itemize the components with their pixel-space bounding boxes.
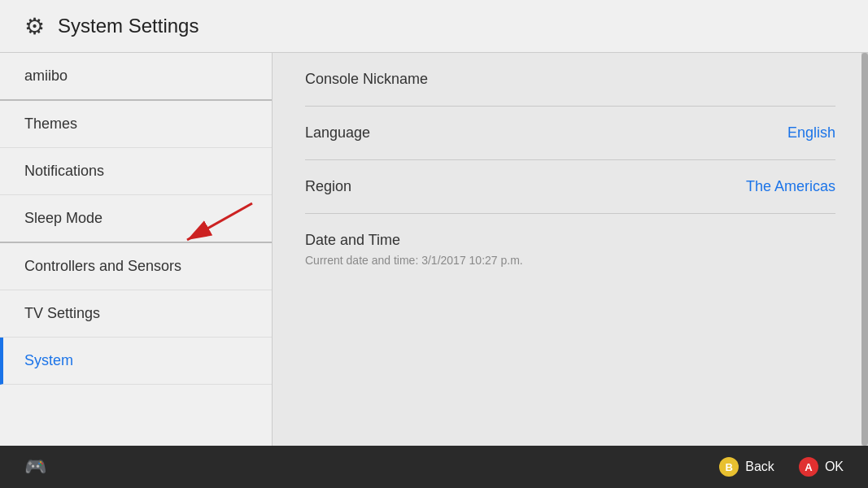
- region-label: Region: [305, 178, 351, 195]
- header: ⚙ System Settings: [0, 0, 868, 53]
- ok-button[interactable]: A OK: [799, 457, 844, 477]
- sidebar-item-themes[interactable]: Themes: [0, 101, 272, 148]
- settings-icon: ⚙: [24, 13, 45, 40]
- date-time-row[interactable]: Date and Time Current date and time: 3/1…: [305, 214, 835, 285]
- b-button-circle: B: [719, 457, 739, 477]
- console-nickname-row[interactable]: Console Nickname: [305, 53, 835, 107]
- page-title: System Settings: [58, 15, 198, 37]
- region-value: The Americas: [746, 178, 835, 195]
- sidebar-item-amiibo[interactable]: amiibo: [0, 53, 272, 101]
- sidebar-item-tv-settings[interactable]: TV Settings: [0, 290, 272, 338]
- sidebar-item-notifications[interactable]: Notifications: [0, 148, 272, 195]
- content-inner: Console Nickname Language English Region…: [273, 53, 868, 285]
- console-nickname-label: Console Nickname: [305, 71, 428, 87]
- region-row[interactable]: Region The Americas: [305, 160, 835, 214]
- content-area: Console Nickname Language English Region…: [273, 53, 868, 446]
- controller-icon: 🎮: [24, 456, 46, 477]
- sidebar: amiibo Themes Notifications Sleep Mode C…: [0, 53, 273, 446]
- sidebar-item-controllers-sensors[interactable]: Controllers and Sensors: [0, 243, 272, 290]
- sidebar-item-sleep-mode[interactable]: Sleep Mode: [0, 195, 272, 243]
- language-value: English: [787, 124, 835, 142]
- bottom-bar: 🎮 B Back A OK: [0, 446, 868, 488]
- scrollbar-track: [861, 53, 868, 446]
- back-label: Back: [745, 460, 774, 474]
- a-button-circle: A: [799, 457, 818, 477]
- main-layout: amiibo Themes Notifications Sleep Mode C…: [0, 53, 868, 446]
- scrollbar-thumb[interactable]: [861, 53, 868, 446]
- sidebar-item-system[interactable]: System: [0, 338, 272, 385]
- date-time-label: Date and Time: [305, 232, 835, 249]
- language-label: Language: [305, 124, 370, 142]
- ok-label: OK: [825, 460, 844, 474]
- back-button[interactable]: B Back: [719, 457, 774, 477]
- language-row[interactable]: Language English: [305, 107, 835, 160]
- date-time-subtitle: Current date and time: 3/1/2017 10:27 p.…: [305, 254, 835, 267]
